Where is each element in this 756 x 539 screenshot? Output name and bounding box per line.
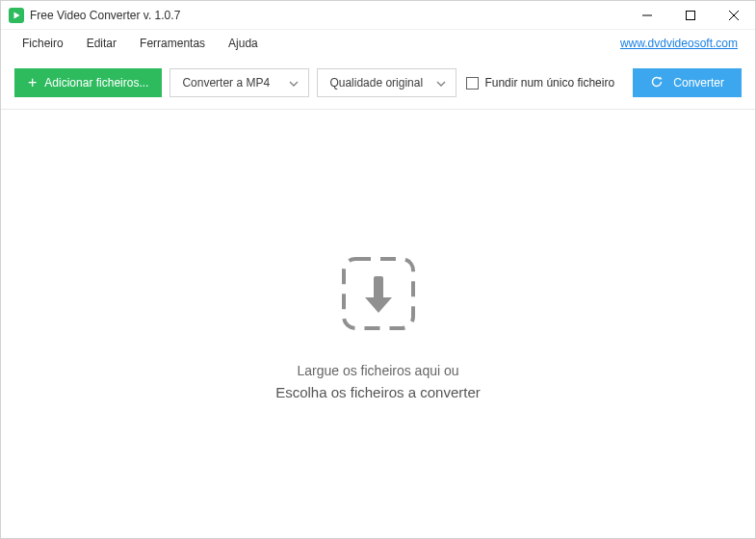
plus-icon: + [28,75,37,90]
drop-zone[interactable]: Largue os ficheiros aqui ou Escolha os f… [1,110,755,538]
add-files-label: Adicionar ficheiros... [44,76,148,90]
app-logo-icon [9,8,24,23]
menubar: Ficheiro Editar Ferramentas Ajuda www.dv… [1,30,755,57]
checkbox-box-icon [466,77,479,90]
chevron-down-icon [289,76,299,90]
convert-button[interactable]: Converter [633,68,742,97]
add-files-button[interactable]: + Adicionar ficheiros... [14,68,162,97]
menu-edit[interactable]: Editar [75,33,128,54]
maximize-button[interactable] [668,1,712,30]
svg-rect-3 [686,11,694,19]
merge-checkbox[interactable]: Fundir num único ficheiro [466,76,614,90]
quality-selected: Qualidade original [329,76,423,90]
website-link[interactable]: www.dvdvideosoft.com [620,37,745,50]
drop-arrow-icon [332,247,425,344]
menu-file[interactable]: Ficheiro [11,33,75,54]
close-button[interactable] [712,1,755,30]
format-dropdown[interactable]: Converter a MP4 [169,68,309,97]
refresh-icon [650,75,664,91]
titlebar: Free Video Converter v. 1.0.7 [1,1,755,30]
minimize-button[interactable] [625,1,668,30]
quality-dropdown[interactable]: Qualidade original [317,68,456,97]
menu-help[interactable]: Ajuda [217,33,270,54]
chevron-down-icon [436,76,446,90]
window-controls [625,1,755,30]
menu-tools[interactable]: Ferramentas [128,33,217,54]
window-title: Free Video Converter v. 1.0.7 [30,9,625,22]
toolbar: + Adicionar ficheiros... Converter a MP4… [1,57,755,110]
convert-label: Converter [673,76,724,90]
svg-marker-9 [365,297,392,313]
merge-label: Fundir num único ficheiro [484,76,614,90]
format-selected: Converter a MP4 [182,76,270,90]
choose-files-link[interactable]: Escolha os ficheiros a converter [275,384,481,400]
drop-hint-line1: Largue os ficheiros aqui ou [297,363,458,378]
